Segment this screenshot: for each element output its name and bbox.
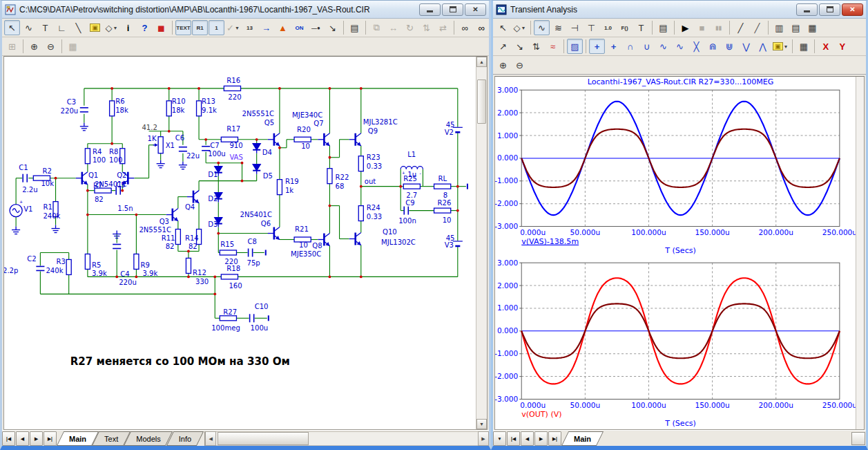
schematic-label[interactable]: C4 [120,270,129,278]
attribute-text-toggle-icon[interactable]: R1 [192,20,208,35]
schematic-label[interactable]: MJL3281C [363,118,398,126]
schematic-label[interactable]: Q8 [312,243,322,250]
schematic-label[interactable]: 0.33 [367,162,382,170]
grid-text-toggle-icon[interactable]: TEXT [175,20,191,35]
go-to-x-icon[interactable]: ↗ [495,39,511,54]
schematic-label[interactable]: 2N5551C [139,226,171,234]
schematic-label[interactable]: C2 [27,255,36,263]
plot-vscrollbar[interactable] [856,77,864,429]
power-display-toggle-icon[interactable]: ▲ [275,20,291,35]
scale-mode-icon[interactable]: ∿ [534,20,550,35]
cleanup-curves-icon[interactable]: ≈ [545,39,561,54]
schematic-label[interactable]: D2 [208,195,218,203]
rotate-icon[interactable]: ↻ [402,20,418,35]
schematic-label[interactable]: R13 [202,97,215,105]
add-part-dropdown-icon[interactable]: ▼ [784,44,789,49]
component-R25[interactable] [403,184,420,189]
schematic-label[interactable]: R2 [42,167,51,175]
schematic-label[interactable]: R4 [93,148,102,156]
add-part-icon[interactable]: ▣▼ [771,39,789,54]
box-tool-icon[interactable]: ▦ [65,39,81,54]
schematic-label[interactable]: R16 [226,77,240,84]
zoom-in-icon[interactable]: ⊕ [26,39,42,54]
schematic-label[interactable]: 220u [119,279,137,286]
current-display-toggle-icon[interactable]: → [258,20,274,35]
gnd-symbol[interactable] [179,162,187,169]
schematic-label[interactable]: R14 [185,234,199,242]
schematic-label[interactable]: D5 [263,172,273,180]
schematic-canvas[interactable]: ++-C3220uR618kR1018kR139.1kR1622041.21KX… [4,57,476,429]
schematic-label[interactable]: R15 [220,241,234,249]
schematic-label[interactable]: R27 [223,308,237,316]
go-to-branch-icon[interactable]: ⇅ [528,39,544,54]
schematic-label[interactable]: 100 [93,156,106,164]
tab-main[interactable]: Main [60,431,95,446]
find-icon[interactable]: ∞ [457,20,473,35]
cursor-right-icon[interactable]: + [606,39,621,54]
schematic-label[interactable]: 10k [41,180,54,187]
component-Q10[interactable] [349,233,361,245]
scroll-up-icon[interactable]: ▲ [476,57,487,67]
schematic-label[interactable]: Q4 [185,203,195,211]
gnd-symbol[interactable] [12,227,20,234]
scroll-down-icon[interactable]: ▼ [476,419,487,429]
help-mode-icon[interactable]: ? [137,20,153,35]
restore-button[interactable] [442,3,463,16]
text-mode-icon[interactable]: T [37,20,53,35]
component-R27[interactable] [220,316,236,321]
schematic-label[interactable]: 18k [172,106,185,114]
schematic-label[interactable]: R25 [403,175,417,182]
schematic-label[interactable]: 100 [109,156,122,164]
schematic-label[interactable]: 8 [443,191,447,199]
schematic-label[interactable]: 68 [336,182,345,190]
schematic-label[interactable]: V3 [445,242,454,250]
scroll-left-icon[interactable]: ◀ [205,431,216,446]
polyline-mode-icon[interactable]: ╱ [749,20,765,35]
cursor-mode-icon[interactable]: ≋ [550,20,566,35]
component-C10[interactable] [250,314,254,322]
minimize-button[interactable] [796,3,818,16]
schematic-label[interactable]: out [365,178,376,185]
schematic-label[interactable]: V2 [445,129,454,136]
close-button[interactable]: ✕ [465,3,486,16]
component-Q1[interactable] [76,172,88,185]
info-mode-icon[interactable]: i [120,20,136,35]
component-R26[interactable] [434,208,451,213]
bottom-of-window-icon[interactable]: ⋁ [738,39,754,54]
tokens-toggle-icon[interactable]: ▤ [788,20,804,35]
close-button[interactable]: ✕ [842,3,863,16]
component-R5[interactable] [85,254,90,269]
schematic-label[interactable]: R18 [226,265,240,272]
go-to-high-icon[interactable]: ∿ [655,39,671,54]
first-page-button[interactable]: |◀ [2,431,15,446]
data-points-toggle-icon[interactable]: ▥ [771,20,787,35]
select-tool-icon[interactable]: ↖ [4,20,20,35]
schematic-annotation[interactable]: R27 меняется со 100 МОм на 330 Ом [70,355,290,368]
find-next-icon[interactable]: ∞ [474,20,490,35]
schematic-label[interactable]: D1 [208,171,218,178]
component-Q5[interactable] [268,133,280,146]
restore-button[interactable] [819,3,840,16]
component-R11[interactable] [175,229,180,245]
wire-mode-icon[interactable]: ∿ [21,20,37,35]
schematic-label[interactable]: Q10 [383,228,397,236]
component-R4[interactable] [85,149,90,164]
schematic-label[interactable]: C3 [67,98,76,106]
schematic-label[interactable]: MJL1302C [381,239,416,247]
cursor-left-icon[interactable]: + [589,39,605,54]
transient-titlebar[interactable]: Transient Analysis ✕ [493,1,866,19]
schematic-label[interactable]: 1K [148,135,157,142]
schematic-label[interactable]: Q7 [314,120,323,127]
schematic-label[interactable]: 1.5n [117,205,133,212]
zoom-out-icon[interactable]: ⊖ [512,57,528,73]
tab-main[interactable]: Main [565,431,600,446]
schematic-label[interactable]: C9 [405,199,414,207]
schematic-label[interactable]: 45 [446,234,455,242]
text-mode-icon[interactable]: T [633,20,649,35]
component-C3[interactable] [80,108,88,112]
component-R23[interactable] [358,156,363,171]
schematic-label[interactable]: R20 [297,126,311,133]
condition-display-toggle-icon[interactable]: ON [291,20,307,35]
schematic-label[interactable]: 220u [61,107,79,115]
zoom-in-icon[interactable]: ⊕ [495,57,511,73]
